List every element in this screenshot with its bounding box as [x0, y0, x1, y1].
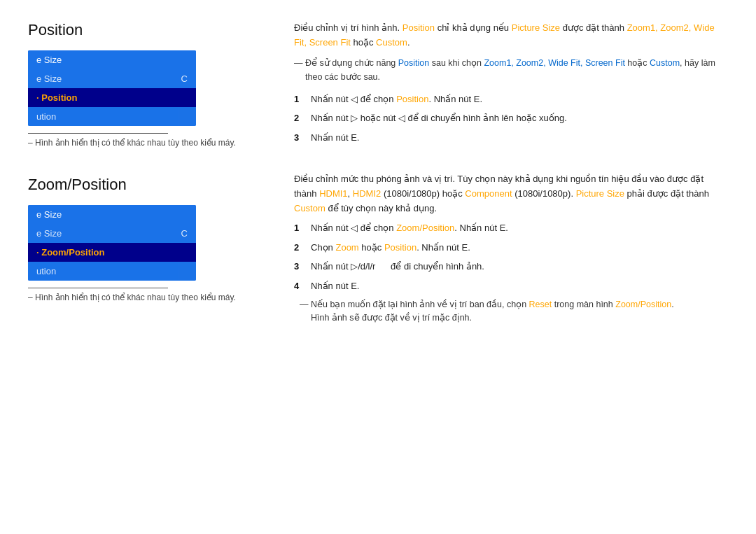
zoom-menu-item-1: e Size	[28, 205, 196, 224]
step-2: 2 Nhấn nút ▷ hoặc nút ◁ để di chuyển hìn…	[294, 111, 728, 125]
zoom-keywords: Zoom1, Zoom2, Wide Fit, Screen Fit	[294, 22, 715, 48]
zoom-position-desc: Điều chỉnh mức thu phóng ảnh và vị trí. …	[294, 172, 728, 325]
zoom-position-intro: Điều chỉnh mức thu phóng ảnh và vị trí. …	[294, 172, 728, 216]
zoom-menu-item-lower: ution	[28, 262, 196, 281]
left-column: Position e Size e Size C · Position utio…	[28, 21, 266, 339]
menu-item-1: e Size	[28, 50, 196, 69]
section1-footnote: – Hình ảnh hiển thị có thể khác nhau tùy…	[28, 138, 266, 148]
zoom-position-title: Zoom/Position	[28, 176, 266, 194]
zoom-menu-item-2: e Size C	[28, 224, 196, 243]
position-note: Để sử dụng chức năng Position sau khi ch…	[294, 56, 728, 84]
custom-keyword2: Custom	[294, 203, 326, 213]
zoom-position-section: Zoom/Position e Size e Size C · Zoom/Pos…	[28, 176, 266, 302]
zoom-menu-item-highlighted: · Zoom/Position	[28, 243, 196, 262]
menu-item-lower: ution	[28, 107, 196, 126]
step-3: 3 Nhấn nút E.	[294, 131, 728, 145]
position-intro: Điều chỉnh vị trí hình ảnh. Position chỉ…	[294, 21, 728, 50]
section2-divider	[28, 288, 168, 288]
position-menu-mockup: e Size e Size C · Position ution	[28, 50, 196, 126]
component-keyword: Component	[465, 188, 512, 199]
zoom-step-4: 4 Nhấn nút E.	[294, 279, 728, 293]
menu-item-position: · Position	[28, 88, 196, 107]
position-desc: Điều chỉnh vị trí hình ảnh. Position chỉ…	[294, 21, 728, 144]
picture-size-keyword: Picture Size	[512, 22, 560, 33]
zoom-position-steps: 1 Nhấn nút ◁ để chọn Zoom/Position. Nhấn…	[294, 221, 728, 293]
position-title: Position	[28, 21, 266, 39]
zoom-step-1: 1 Nhấn nút ◁ để chọn Zoom/Position. Nhấn…	[294, 221, 728, 235]
zoom-step-2: 2 Chọn Zoom hoặc Position. Nhấn nút E.	[294, 241, 728, 255]
hdmi1-keyword: HDMI1	[319, 188, 347, 199]
menu-item-2: e Size C	[28, 69, 196, 88]
hdmi2-keyword: HDMI2	[353, 188, 381, 199]
step-1: 1 Nhấn nút ◁ để chọn Position. Nhấn nút …	[294, 92, 728, 106]
zoom-position-menu-mockup: e Size e Size C · Zoom/Position ution	[28, 205, 196, 281]
position-steps: 1 Nhấn nút ◁ để chọn Position. Nhấn nút …	[294, 92, 728, 145]
custom-keyword: Custom	[376, 37, 407, 48]
section2-footnote: – Hình ảnh hiển thị có thể khác nhau tùy…	[28, 293, 266, 302]
right-column: Điều chỉnh vị trí hình ảnh. Position chỉ…	[294, 21, 728, 339]
zoom-step-3: 3 Nhấn nút ▷/d/l/r để di chuyển hình ảnh…	[294, 260, 728, 274]
position-section: Position e Size e Size C · Position utio…	[28, 21, 266, 148]
zoom-position-indent-note: Nếu bạn muốn đặt lại hình ảnh về vị trí …	[294, 298, 728, 325]
picture-size-keyword2: Picture Size	[576, 188, 624, 199]
section1-divider	[28, 133, 168, 134]
position-keyword: Position	[402, 22, 435, 33]
